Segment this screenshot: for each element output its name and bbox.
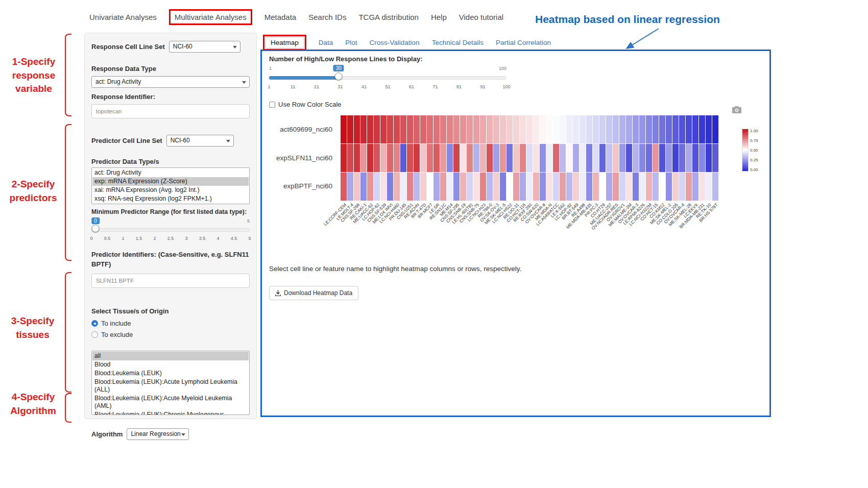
predictor-type-option-act-drug-activity[interactable]: act: Drug Activity [92,168,249,177]
tissue-listbox[interactable]: allBloodBlood:Leukemia (LEUK)Blood:Leuke… [91,351,250,415]
annotation-step-3: 3-Specify tissues [4,314,61,341]
tissue-option-blood-leukemia-leuk[interactable]: Blood:Leukemia (LEUK) [92,369,249,378]
heatmap-cell [639,144,645,172]
heatmap-cell [672,144,679,172]
radio-icon[interactable] [91,320,98,327]
heatmap-cell [427,115,433,143]
heatmap-cell [533,115,539,143]
nav-item-tcga-distribution[interactable]: TCGA distribution [358,13,419,21]
heatmap-cell [347,115,353,143]
lines-slider-label: Number of High/Low Response Lines to Dis… [269,55,762,63]
heatmap-cell [712,115,718,143]
heatmap-cell [367,115,373,143]
annotation-step-2: 2-Specify predictors [2,178,64,205]
nav-item-multivariate-analyses[interactable]: Multivariate Analyses [175,13,247,21]
heatmap-cell [433,115,440,143]
tab-plot[interactable]: Plot [345,39,357,46]
heatmap-cell [447,173,453,201]
slider-tick-label: 4.5 [231,236,237,241]
predictor-identifiers-input[interactable] [91,274,250,288]
heatmap-cell [341,144,347,172]
heatmap-cell [433,173,440,201]
predictor-cell-line-set-select[interactable]: NCI-60 [166,135,234,147]
heatmap-cell [447,144,453,172]
predictor-type-option-exp-mrna-expression-z-score[interactable]: exp: mRNA Expression (Z-Score) [92,177,249,186]
heatmap-cell [513,173,519,201]
heatmap-cell [493,115,499,143]
row-color-scale-checkbox[interactable] [269,102,275,108]
tissue-radio-to-include[interactable]: To include [91,320,250,327]
heatmap-cell [613,115,619,143]
heatmap-cell [347,173,353,201]
nav-item-video-tutorial[interactable]: Video tutorial [459,13,503,21]
heatmap-cell [414,173,420,201]
heatmap-cell [692,144,698,172]
chevron-down-icon [242,81,246,84]
heatmap-cell [447,115,453,143]
response-cell-line-set-select[interactable]: NCI-60 [169,41,240,53]
nav-item-help[interactable]: Help [431,13,447,21]
lines-to-display-slider[interactable]: 1 100 30 1112131415161718191100 [269,65,507,93]
camera-icon[interactable] [732,106,741,115]
heatmap: act609699_nci60expSLFN11_nci60expBPTF_nc… [269,115,762,248]
nav-item-univariate-analyses[interactable]: Univariate Analyses [89,13,157,21]
heatmap-cell [633,115,639,143]
radio-icon[interactable] [91,331,98,338]
tissue-option-blood-leukemia-leuk-chronic-myelogenous-[interactable]: Blood:Leukemia (LEUK):Chronic Myelogenou… [92,410,249,415]
heatmap-panel: Number of High/Low Response Lines to Dis… [260,50,771,417]
heatmap-row-label-expslfn11-nci60[interactable]: expSLFN11_nci60 [269,144,336,173]
tissue-radio-to-exclude[interactable]: To exclude [91,331,250,338]
heatmap-cell [487,115,493,143]
nav-item-search-ids[interactable]: Search IDs [308,13,346,21]
heatmap-cell [467,173,473,201]
tissue-option-blood[interactable]: Blood [92,360,249,369]
heatmap-row-label-act609699-nci60[interactable]: act609699_nci60 [269,115,336,144]
slider-handle[interactable] [335,72,343,80]
response-identifier-input[interactable] [91,104,250,118]
heatmap-cell [706,144,712,172]
heatmap-cell [593,144,599,172]
tissue-option-blood-leukemia-leuk-acute-lymphoid-leuke[interactable]: Blood:Leukemia (LEUK):Acute Lymphoid Leu… [92,378,249,394]
heatmap-cell [566,144,572,172]
slider-track[interactable] [91,228,250,232]
heatmap-cell [619,173,625,201]
heatmap-cell [480,173,486,201]
predictor-type-option-xai-mrna-expression-avg-log2-int[interactable]: xai: mRNA Expression (Avg. log2 Int.) [92,186,249,194]
heatmap-cell [560,173,566,201]
tissue-option-all[interactable]: all [92,352,249,360]
tab-technical-details[interactable]: Technical Details [432,39,484,46]
heatmap-cell [540,115,546,143]
tab-heatmap[interactable]: Heatmap [265,37,304,48]
heatmap-cell [526,144,533,172]
heatmap-cell [599,144,606,172]
min-predictor-range-slider[interactable]: 0 5 00.511.522.533.544.55 [91,217,250,244]
heatmap-cell [580,173,586,201]
nav-item-metadata[interactable]: Metadata [264,13,297,21]
heatmap-cell [606,115,612,143]
heatmap-row-label-expbptf-nci60[interactable]: expBPTF_nci60 [269,172,336,201]
slider-tick-label: 2 [153,236,156,241]
tissue-option-blood-leukemia-leuk-acute-myeloid-leukem[interactable]: Blood:Leukemia (LEUK):Acute Myeloid Leuk… [92,394,249,410]
download-heatmap-data-button[interactable]: Download Heatmap Data [269,286,358,300]
slider-handle[interactable] [92,225,100,232]
heatmap-cell [679,173,685,201]
tab-data[interactable]: Data [319,39,333,46]
heatmap-cell [666,115,672,143]
chevron-down-icon [226,140,230,142]
heatmap-cell [580,115,586,143]
heatmap-cell [639,173,645,201]
radio-label: To include [101,320,131,327]
annotation-bracket-1 [65,34,71,116]
tab-partial-correlation[interactable]: Partial Correlation [496,39,551,46]
heatmap-cell [540,173,546,201]
heatmap-cell [453,115,460,143]
tab-cross-validation[interactable]: Cross-Validation [370,39,420,46]
response-data-type-select[interactable]: act: Drug Activity [91,76,250,88]
heatmap-cell [526,173,533,201]
predictor-data-types-listbox[interactable]: act: Drug Activityexp: mRNA Expression (… [91,167,250,204]
heatmap-cell [666,173,672,201]
heatmap-cell [672,115,679,143]
algorithm-select[interactable]: Linear Regression [127,428,189,440]
heatmap-cell [354,115,360,143]
predictor-type-option-xsq-rna-seq-expression-log2-fpkm-1[interactable]: xsq: RNA-seq Expression (log2 FPKM+1.) [92,194,249,203]
